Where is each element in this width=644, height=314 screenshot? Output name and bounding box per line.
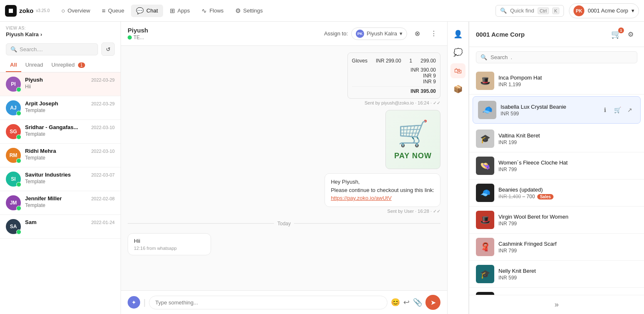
sidebar-chat-icon[interactable]: 💭 bbox=[450, 45, 465, 60]
account-avatar: PK bbox=[574, 5, 584, 16]
assignee-dropdown[interactable]: PK Piyush Kalra ▾ bbox=[351, 27, 407, 40]
hii-from: 12:16 from whatsapp bbox=[134, 246, 205, 251]
nav-overview[interactable]: ○ Overview bbox=[56, 5, 95, 17]
reply-button[interactable]: ↩ bbox=[403, 298, 410, 307]
product-name: Inca Pompom Hat bbox=[498, 75, 637, 81]
ai-button[interactable]: ✦ bbox=[128, 296, 140, 309]
share-button[interactable]: ↗ bbox=[624, 105, 635, 115]
sidebar-user-icon[interactable]: 👤 bbox=[450, 27, 465, 42]
view-as-user[interactable]: Piyush Kalra › bbox=[6, 31, 115, 37]
nav-queue[interactable]: ≡ Queue bbox=[97, 5, 129, 17]
product-name: Cashmink Fringed Scarf bbox=[498, 241, 637, 247]
emoji-button[interactable]: 😊 bbox=[391, 298, 400, 307]
product-list: 🎩 Inca Pompom Hat INR 1,199 🧢 Isabella L… bbox=[469, 67, 644, 295]
contact-message: Template bbox=[25, 131, 115, 137]
logo-icon bbox=[5, 5, 17, 17]
contact-date: 2022-03-29 bbox=[91, 77, 115, 82]
contact-item-jennifer[interactable]: JM Jennifer Miller 2022-02-08 Template bbox=[0, 191, 121, 215]
cart-count: 1 bbox=[618, 27, 624, 33]
expand-button[interactable]: » bbox=[553, 299, 560, 311]
chevron-right-icon: › bbox=[40, 31, 42, 37]
contact-info: Arpit Joseph 2022-03-29 Template bbox=[25, 100, 115, 113]
product-item-virgin_wool[interactable]: 🎩 Virgin Wool Beret for Women INR 799 bbox=[469, 207, 644, 234]
contact-name: Arpit Joseph bbox=[25, 100, 58, 107]
nav-queue-label: Queue bbox=[108, 7, 124, 14]
product-search-input[interactable] bbox=[491, 54, 633, 60]
quick-find-button[interactable]: 🔍 Quick find Ctrl K bbox=[496, 5, 564, 17]
product-item-isabella[interactable]: 🧢 Isabella Lux Crystal Beanie INR 599 ℹ … bbox=[473, 96, 641, 124]
attachment-button[interactable]: 📎 bbox=[413, 298, 422, 307]
sidebar-cube-icon[interactable]: 📦 bbox=[450, 82, 465, 97]
contact-item-savitur[interactable]: SI Savitur Industries 2022-03-07 Templat… bbox=[0, 167, 121, 191]
product-price: INR 1,400 – 700Sales bbox=[498, 194, 637, 199]
contact-avatar: SG bbox=[6, 124, 21, 139]
cube-icon: 📦 bbox=[453, 85, 463, 94]
contact-item-sam[interactable]: SA Sam 2022-01-24 bbox=[0, 215, 121, 239]
contact-message: Hii bbox=[25, 84, 115, 90]
top-nav: zoko v3.25.0 ○ Overview ≡ Queue 💬 Chat ⊞… bbox=[0, 0, 644, 22]
contact-sidebar: VIEW AS: Piyush Kalra › 🔍 Search.... ↺ A… bbox=[0, 22, 121, 314]
contact-message: Template bbox=[25, 179, 115, 184]
tab-all[interactable]: All bbox=[6, 58, 21, 72]
tab-unreplied[interactable]: Unreplied 1 bbox=[47, 58, 89, 72]
product-item-inca[interactable]: 🎩 Inca Pompom Hat INR 1,199 bbox=[469, 67, 644, 95]
product-info: Virgin Wool Beret for Women INR 799 bbox=[498, 214, 637, 227]
nav-flows[interactable]: ∿ Flows bbox=[196, 5, 229, 17]
app-name: zoko bbox=[19, 7, 33, 14]
product-thumbnail: 🎓 bbox=[476, 265, 494, 283]
product-item-beanies[interactable]: 🧢 Beanies (updated) INR 1,400 – 700Sales bbox=[469, 179, 644, 207]
product-info: Women´s Fleece Cloche Hat INR 799 bbox=[498, 159, 637, 172]
product-name: Virgin Wool Beret for Women bbox=[498, 214, 637, 220]
contact-item-arpit[interactable]: AJ Arpit Joseph 2022-03-29 Template bbox=[0, 96, 121, 120]
icon-sidebar: 👤 💭 🛍 📦 bbox=[447, 22, 469, 314]
contact-name: Ridhi Mehra bbox=[25, 148, 56, 154]
info-button[interactable]: ℹ bbox=[599, 105, 610, 115]
product-thumbnail: 🧣 bbox=[476, 238, 494, 256]
app-version: v3.25.0 bbox=[36, 8, 50, 13]
bubble-icon: 💭 bbox=[453, 48, 463, 57]
hii-text: Hii bbox=[134, 238, 205, 244]
contact-name: Sam bbox=[25, 219, 36, 225]
nav-apps[interactable]: ⊞ Apps bbox=[165, 5, 195, 17]
tab-unread[interactable]: Unread bbox=[21, 58, 48, 72]
pay-link[interactable]: https://pay.zoko.io/awUtV bbox=[331, 195, 392, 201]
contact-item-sridhar[interactable]: SG Sridhar - Gangafas... 2022-03-10 Temp… bbox=[0, 120, 121, 144]
product-header-right: 🛒 1 ⚙ bbox=[611, 27, 637, 41]
message-input[interactable] bbox=[149, 296, 387, 309]
nav-settings[interactable]: ⚙ Settings bbox=[230, 5, 268, 17]
product-price: INR 799 bbox=[498, 248, 637, 254]
filter-button[interactable]: ↺ bbox=[101, 42, 115, 56]
send-button[interactable]: ➤ bbox=[425, 295, 440, 310]
product-price: INR 1,199 bbox=[498, 82, 637, 87]
product-item-nelly[interactable]: 🎓 Nelly Knit Beret INR 599 bbox=[469, 261, 644, 288]
contact-item-piyush[interactable]: PI Piyush 2022-03-29 Hii bbox=[0, 72, 121, 96]
sidebar-cart-icon[interactable]: 🛍 bbox=[450, 63, 465, 78]
product-item-keiko[interactable]: 📺 Keiko Android Flat Screen Smart TV INR… bbox=[469, 288, 644, 295]
product-info: Nelly Knit Beret INR 599 bbox=[498, 268, 637, 281]
search-input-box[interactable]: 🔍 Search.... bbox=[6, 43, 98, 55]
product-item-cashmink[interactable]: 🧣 Cashmink Fringed Scarf INR 799 bbox=[469, 234, 644, 261]
add-to-cart-button[interactable]: 🛒 bbox=[612, 105, 623, 115]
product-item-womens_fleece[interactable]: 👒 Women´s Fleece Cloche Hat INR 799 bbox=[469, 152, 644, 179]
ai-icon: ✦ bbox=[131, 299, 136, 306]
cart-button[interactable]: 🛒 1 bbox=[611, 29, 621, 39]
separator: | bbox=[143, 298, 146, 307]
product-info: Cashmink Fringed Scarf INR 799 bbox=[498, 241, 637, 254]
today-divider: Today bbox=[128, 221, 440, 227]
nav-chat[interactable]: 💬 Chat bbox=[131, 5, 163, 17]
product-price: INR 599 bbox=[498, 275, 637, 281]
resolve-button[interactable]: ⊗ bbox=[410, 27, 424, 40]
chat-status-text: TE... bbox=[133, 35, 144, 40]
contact-name: Piyush bbox=[25, 77, 43, 83]
product-item-valtina[interactable]: 🎓 Valtina Knit Beret INR 199 bbox=[469, 125, 644, 152]
whatsapp-indicator bbox=[16, 87, 21, 92]
chat-header: Piyush TE... Assign to: PK Piyush Kalra … bbox=[121, 22, 447, 46]
filter-settings-button[interactable]: ⚙ bbox=[624, 27, 637, 41]
chat-contact-status: TE... bbox=[128, 35, 320, 40]
more-options-button[interactable]: ⋮ bbox=[427, 27, 440, 40]
product-thumbnail: 🎩 bbox=[476, 211, 494, 229]
contact-item-ridhi[interactable]: RM Ridhi Mehra 2022-03-10 Template bbox=[0, 144, 121, 167]
nav-apps-label: Apps bbox=[178, 7, 190, 14]
account-switcher[interactable]: PK 0001 Acme Corp ▾ bbox=[569, 3, 639, 18]
chat-contact-info: Piyush TE... bbox=[128, 27, 320, 40]
